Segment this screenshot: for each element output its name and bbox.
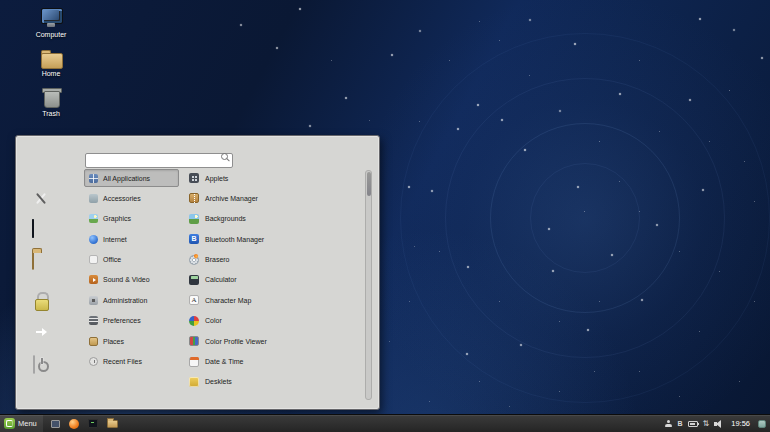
bluetooth-icon [189, 234, 199, 244]
desktop-icon-label: Computer [36, 31, 67, 38]
category-label: Preferences [103, 317, 141, 324]
shutdown-button[interactable] [32, 356, 50, 374]
category-places[interactable]: Places [84, 332, 179, 350]
internet-icon [89, 235, 98, 244]
user-icon[interactable] [664, 419, 672, 428]
archive-manager-icon [189, 193, 199, 203]
category-label: Graphics [103, 215, 131, 222]
graphics-icon [89, 214, 98, 223]
system-tray: 19:56 [664, 415, 770, 432]
desktop-icons: Computer Home Trash [26, 8, 76, 117]
desktop-icon-label: Home [42, 70, 61, 77]
app-label: Character Map [205, 297, 251, 304]
battery-icon[interactable] [688, 421, 698, 427]
firefox-icon [69, 419, 79, 429]
favorite-files[interactable] [32, 252, 50, 270]
category-accessories[interactable]: Accessories [84, 189, 179, 207]
app-item-bluetooth-manager[interactable]: Bluetooth Manager [186, 230, 366, 248]
clock[interactable]: 19:56 [731, 420, 750, 428]
app-label: Backgrounds [205, 215, 246, 222]
shutdown-icon [33, 355, 35, 374]
app-label: Color [205, 317, 222, 324]
app-item-backgrounds[interactable]: Backgrounds [186, 210, 366, 228]
app-item-archive-manager[interactable]: Archive Manager [186, 189, 366, 207]
brasero-icon [189, 255, 199, 265]
category-recent-files[interactable]: Recent Files [84, 353, 179, 371]
app-item-color[interactable]: Color [186, 312, 366, 330]
accessories-icon [89, 194, 98, 203]
app-item-brasero[interactable]: Brasero [186, 251, 366, 269]
app-label: Color Profile Viewer [205, 338, 267, 345]
app-item-color-profile-viewer[interactable]: Color Profile Viewer [186, 332, 366, 350]
menu-button[interactable]: Menu [0, 415, 43, 432]
search-box [85, 149, 233, 164]
recent-files-icon [89, 357, 98, 366]
favorite-system-tools[interactable] [32, 190, 50, 208]
launcher-files[interactable] [106, 415, 119, 432]
app-item-applets[interactable]: Applets [186, 169, 366, 187]
launcher-firefox[interactable] [68, 415, 81, 432]
search-input[interactable] [85, 153, 233, 168]
app-label: Archive Manager [205, 195, 258, 202]
nebula-ring [400, 33, 770, 403]
backgrounds-icon [189, 214, 199, 224]
category-internet[interactable]: Internet [84, 230, 179, 248]
category-administration[interactable]: Administration [84, 291, 179, 309]
app-label: Date & Time [205, 358, 244, 365]
volume-icon[interactable] [714, 419, 723, 428]
app-label: Desklets [205, 378, 232, 385]
character-map-icon [189, 295, 199, 305]
lock-screen-button[interactable] [32, 292, 50, 310]
notifications-icon[interactable] [758, 420, 766, 428]
app-item-desklets[interactable]: Desklets [186, 373, 366, 391]
category-label: Administration [103, 297, 147, 304]
logout-button[interactable] [32, 323, 50, 341]
favorite-firefox[interactable] [32, 162, 50, 180]
category-list: All Applications Accessories Graphics In… [84, 169, 179, 373]
menu-button-label: Menu [18, 420, 37, 428]
category-label: All Applications [103, 175, 150, 182]
computer-icon [40, 8, 62, 28]
trash-icon [42, 88, 60, 107]
app-label: Brasero [205, 256, 230, 263]
color-profile-icon [189, 336, 199, 346]
files-icon [107, 420, 118, 428]
category-label: Accessories [103, 195, 141, 202]
file-manager-icon [32, 251, 34, 270]
sound-video-icon [89, 275, 98, 284]
app-item-character-map[interactable]: Character Map [186, 291, 366, 309]
apps-scrollbar-thumb[interactable] [367, 172, 372, 196]
bottom-panel: Menu 19:56 [0, 414, 770, 432]
category-label: Office [103, 256, 121, 263]
category-preferences[interactable]: Preferences [84, 312, 179, 330]
show-desktop-button[interactable] [49, 415, 62, 432]
desktop-icon-trash[interactable]: Trash [26, 87, 76, 117]
places-icon [89, 337, 98, 346]
network-icon[interactable] [703, 420, 710, 428]
terminal-icon [88, 419, 98, 428]
category-label: Places [103, 338, 124, 345]
category-label: Recent Files [103, 358, 142, 365]
app-label: Calculator [205, 276, 237, 283]
category-all-applications[interactable]: All Applications [84, 169, 179, 187]
display-icon [32, 219, 34, 238]
app-label: Applets [205, 175, 228, 182]
administration-icon [89, 296, 98, 305]
bluetooth-icon[interactable] [677, 420, 682, 427]
stars-dim [0, 0, 1, 1]
category-sound-video[interactable]: Sound & Video [84, 271, 179, 289]
search-icon [221, 153, 229, 161]
desktop-wallpaper: Computer Home Trash All Applications [0, 0, 770, 432]
launcher-terminal[interactable] [87, 415, 100, 432]
desktop-icon-home[interactable]: Home [26, 48, 76, 77]
home-folder-icon [41, 50, 61, 67]
favorite-displays[interactable] [32, 220, 50, 238]
app-item-date-time[interactable]: Date & Time [186, 353, 366, 371]
category-office[interactable]: Office [84, 251, 179, 269]
apps-scrollbar[interactable] [365, 170, 372, 400]
desktop-icon-computer[interactable]: Computer [26, 8, 76, 38]
all-applications-icon [89, 174, 98, 183]
calculator-icon [189, 275, 199, 285]
app-item-calculator[interactable]: Calculator [186, 271, 366, 289]
category-graphics[interactable]: Graphics [84, 210, 179, 228]
